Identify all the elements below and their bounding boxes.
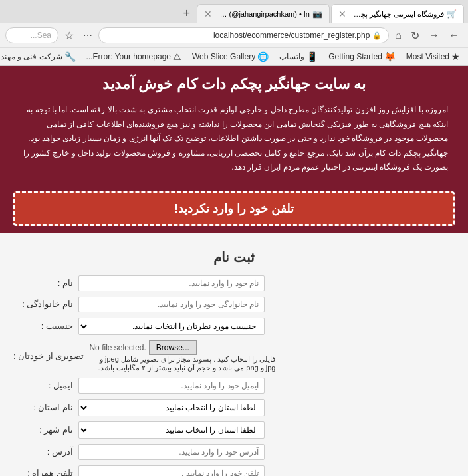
phone-input[interactable] [78, 465, 265, 476]
file-upload-btn-row: No file selected. Browse... [89, 340, 196, 355]
tab-active[interactable]: 🛒 فروشگاه اینترنتی جهانگیر پچکم ✕ [331, 4, 464, 23]
photo-row: No file selected. Browse... فایلی را انت… [13, 340, 455, 372]
address-label: آدرس : [13, 447, 73, 457]
city-row: لطفا استان را انتخاب نمایید نام شهر : [13, 421, 455, 439]
back-button[interactable]: ← [445, 28, 463, 43]
bookmark-whatsapp[interactable]: 📱 واتساپ [277, 50, 320, 63]
whatsapp-icon: 📱 [306, 51, 318, 62]
name-input[interactable] [78, 275, 265, 291]
address-text: localhost/ecommerce/customer_register.ph… [213, 31, 370, 40]
bookmark-getting-started-label: Getting Started [328, 52, 382, 61]
bookmark-web-slice[interactable]: 🌐 Web Slice Gallery [189, 50, 271, 63]
bookmark-button[interactable]: ☆ [61, 28, 77, 43]
bookmark-web-slice-label: Web Slice Gallery [192, 52, 255, 61]
lastname-label: نام خانوادگی : [13, 299, 73, 309]
bookmark-whatsapp-label: واتساپ [279, 52, 304, 61]
new-tab-button[interactable]: + [177, 4, 195, 23]
no-file-label: No file selected. [89, 343, 146, 352]
company-icon: 🔧 [64, 51, 76, 62]
name-row: نام : [13, 275, 455, 291]
tab-close-active[interactable]: ✕ [338, 9, 346, 19]
address-row: آدرس : [13, 444, 455, 460]
province-select[interactable]: لطفا استان را انتخاب نمایید [78, 399, 265, 416]
lock-icon: 🔒 [372, 31, 382, 40]
bookmark-error-label: Error: Your homepage... [86, 52, 171, 61]
bookmark-most-visited[interactable]: ★ Most Visited [404, 50, 463, 63]
browse-button[interactable]: Browse... [149, 340, 197, 355]
lastname-input[interactable] [78, 297, 265, 312]
forward-button[interactable]: → [425, 28, 443, 43]
web-icon: 🌐 [257, 51, 269, 62]
phone-row: تلفن همراه : [13, 465, 455, 476]
error-banner: تلفن خود را وارد نکردید! [13, 191, 455, 226]
form-section: ثبت نام نام : نام خانوادگی : جنسیت مورد … [0, 233, 468, 476]
bookmark-company[interactable]: 🔧 شرکت فنی و مهند... [0, 50, 78, 63]
tab-close-inactive[interactable]: ✕ [204, 9, 212, 19]
bookmark-error[interactable]: ⚠ Error: Your homepage... [84, 50, 184, 63]
file-upload-area: No file selected. Browse... فایلی را انت… [89, 340, 275, 372]
email-row: ایمیل : [13, 378, 455, 394]
gender-select[interactable]: جنسیت مورد نظرتان را انتخاب نمایید. [78, 318, 265, 335]
refresh-button[interactable]: ↻ [408, 28, 423, 43]
file-hint: فایلی را انتخاب کنید . پسوند مجاز برای ت… [89, 355, 275, 372]
name-label: نام : [13, 278, 73, 288]
tab-favicon-2: 📷 [312, 9, 322, 19]
province-label: نام استان : [13, 402, 73, 412]
star-icon: ★ [451, 51, 460, 62]
bookmark-getting-started[interactable]: 🦊 Getting Started [326, 50, 398, 63]
email-input[interactable] [78, 378, 265, 394]
bookmark-company-label: شرکت فنی و مهند... [0, 52, 62, 61]
city-select[interactable]: لطفا استان را انتخاب نمایید [78, 421, 265, 439]
province-row: لطفا استان را انتخاب نمایید نام استان : [13, 399, 455, 416]
phone-label: تلفن همراه : [13, 468, 73, 476]
gender-label: جنسیت : [13, 321, 73, 331]
bookmark-most-visited-label: Most Visited [406, 52, 449, 61]
tab-title-inactive: jahangir (@jahangirpachkam) • In... [219, 10, 310, 18]
email-label: ایمیل : [13, 380, 73, 390]
tab-title-active: فروشگاه اینترنتی جهانگیر پچکم [353, 10, 444, 19]
address-input[interactable] [78, 444, 265, 460]
bookmarks-bar: ★ Most Visited 🦊 Getting Started 📱 واتسا… [0, 47, 468, 65]
lastname-row: نام خانوادگی : [13, 297, 455, 312]
tab-favicon: 🛒 [447, 9, 457, 19]
search-input[interactable]: Sea... [5, 27, 58, 43]
page-content: به سایت جهانگیر پچکم دات کام خوش آمدید ا… [0, 66, 468, 476]
menu-button[interactable]: ⋯ [80, 29, 96, 42]
page-title: به سایت جهانگیر پچکم دات کام خوش آمدید [0, 66, 468, 100]
intro-text: امروزه با افزایش روز افزون تولیدکنندگان … [0, 100, 468, 185]
photo-label: تصویری از خودتان : [13, 351, 84, 361]
home-button[interactable]: ⌂ [392, 28, 405, 43]
tab-inactive[interactable]: 📷 jahangir (@jahangirpachkam) • In... ✕ [197, 4, 330, 23]
form-title: ثبت نام [13, 243, 455, 275]
gender-row: جنسیت مورد نظرتان را انتخاب نمایید. جنسی… [13, 318, 455, 335]
city-label: نام شهر : [13, 425, 73, 435]
address-bar[interactable]: 🔒 localhost/ecommerce/customer_register.… [98, 27, 389, 43]
warning-icon: ⚠ [173, 51, 181, 62]
firefox-icon: 🦊 [384, 51, 396, 62]
error-banner-text: تلفن خود را وارد نکردید! [29, 201, 439, 216]
